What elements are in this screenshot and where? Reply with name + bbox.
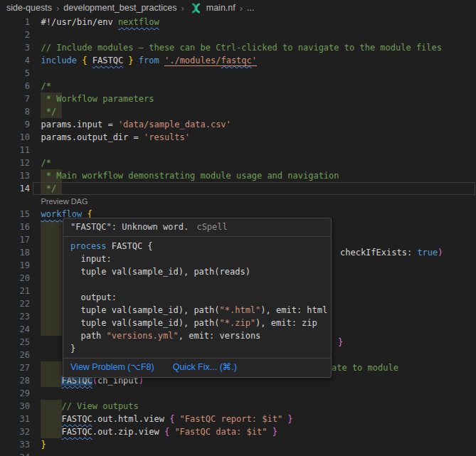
code-line[interactable]: 6/* xyxy=(0,80,476,92)
code-token: output: xyxy=(70,292,117,302)
code-text: params.input = 'data/sample_data.csv' xyxy=(41,118,231,131)
hover-code-line xyxy=(70,278,324,291)
code-token: "*.zip" xyxy=(220,318,256,328)
code-token xyxy=(267,427,272,437)
nextflow-icon xyxy=(190,3,202,14)
line-number: 4 xyxy=(0,54,30,67)
code-text: // View outputs xyxy=(41,400,139,413)
code-token: process xyxy=(70,241,112,251)
tooltip-actions: View Problem (⌥F8) Quick Fix... (⌘.) xyxy=(63,359,331,377)
code-token: */ xyxy=(41,107,57,117)
line-number: 31 xyxy=(0,413,30,425)
code-line[interactable]: 13 * Main workflow demonstrating module … xyxy=(0,169,476,182)
code-line[interactable]: 31 FASTQC.out.html.view { "FastQC report… xyxy=(0,413,476,425)
code-fragment: ate to module xyxy=(332,361,398,374)
code-line[interactable]: 10params.output_dir = 'results' xyxy=(0,131,476,144)
line-number: 23 xyxy=(0,310,30,323)
code-token xyxy=(88,55,92,65)
hover-code-line: output: xyxy=(70,291,324,304)
code-text: } xyxy=(41,438,46,451)
line-number: 33 xyxy=(0,438,30,451)
code-line[interactable]: 9params.input = 'data/sample_data.csv' xyxy=(0,118,476,131)
code-line[interactable]: 5 xyxy=(0,67,476,80)
line-number: 27 xyxy=(0,361,30,374)
code-token: { xyxy=(82,55,87,65)
code-line[interactable]: 11 xyxy=(0,144,476,157)
code-token: tuple val(sample_id), path(reads) xyxy=(70,267,250,277)
line-number: 3 xyxy=(0,41,30,54)
module-link[interactable]: fastqc xyxy=(221,55,251,65)
quick-fix-action[interactable]: Quick Fix... (⌘.) xyxy=(173,361,237,373)
code-line[interactable]: 33} xyxy=(0,438,476,451)
code-line[interactable]: 3// Include modules — these can be Ctrl-… xyxy=(0,41,476,54)
code-token: * Workflow parameters xyxy=(41,94,154,104)
diagnostic-source: cSpell xyxy=(196,222,227,232)
line-number: 32 xyxy=(0,425,30,438)
diagnostic-message: "FASTQC": Unknown word. cSpell xyxy=(63,218,331,236)
code-line[interactable]: 29 xyxy=(0,387,476,400)
code-token xyxy=(41,376,62,386)
code-token: ), emit: html xyxy=(260,305,327,315)
breadcrumb-item-side-quests[interactable]: side-quests xyxy=(6,3,52,13)
code-token: include xyxy=(41,55,83,65)
code-text: * Workflow parameters xyxy=(41,92,154,105)
line-number: 29 xyxy=(0,387,30,400)
code-line[interactable]: 12/* xyxy=(0,157,476,169)
hover-code-line: tuple val(sample_id), path("*.zip"), emi… xyxy=(70,317,324,329)
code-text: include { FASTQC } from './modules/fastq… xyxy=(41,54,258,67)
code-token: /* xyxy=(41,158,51,168)
code-line[interactable]: 4include { FASTQC } from './modules/fast… xyxy=(0,54,476,67)
code-token: // Include modules — these can be Ctrl-c… xyxy=(41,43,443,53)
code-line[interactable]: 8 */ xyxy=(0,105,476,118)
code-line[interactable]: 2 xyxy=(0,28,476,41)
code-token: true xyxy=(417,248,438,258)
code-token: from xyxy=(139,55,164,65)
code-editor[interactable]: 1#!/usr/bin/env nextflow23// Include mod… xyxy=(0,0,476,456)
code-token xyxy=(174,414,179,424)
module-link[interactable]: ' xyxy=(252,55,257,65)
code-token: .out.html.view xyxy=(92,414,169,424)
code-token xyxy=(41,401,62,411)
code-token: #!/usr/bin/env xyxy=(41,17,118,27)
code-token: } xyxy=(41,440,46,450)
code-token: * Main workflow demonstrating module usa… xyxy=(41,171,339,181)
code-token: ) xyxy=(438,248,443,258)
code-text: /* xyxy=(41,157,51,169)
code-token: FASTQC xyxy=(92,55,123,65)
code-token: tuple val(sample_id), path( xyxy=(70,305,220,315)
code-text: */ xyxy=(41,105,57,118)
line-number: 28 xyxy=(0,374,30,387)
line-number: 24 xyxy=(0,323,30,336)
line-number: 20 xyxy=(0,272,30,285)
code-line[interactable]: 7 * Workflow parameters xyxy=(0,92,476,105)
line-number: 10 xyxy=(0,131,30,144)
line-number: 6 xyxy=(0,80,30,92)
code-line[interactable]: 1#!/usr/bin/env nextflow xyxy=(0,16,476,28)
code-text: FASTQC.out.html.view { "FastQC report: $… xyxy=(41,413,293,425)
breadcrumb-item-development-best-practices[interactable]: development_best_practices xyxy=(63,3,176,13)
view-problem-action[interactable]: View Problem (⌥F8) xyxy=(70,361,154,373)
line-number: 19 xyxy=(0,259,30,272)
code-token xyxy=(134,55,139,65)
breadcrumb-separator: › xyxy=(239,3,243,14)
code-line[interactable]: 14 */ xyxy=(0,182,476,195)
line-number: 14 xyxy=(0,182,30,195)
hover-code-line: } xyxy=(70,342,324,355)
code-line[interactable]: 34 xyxy=(0,451,476,456)
line-number: 1 xyxy=(0,16,30,28)
module-link[interactable]: './modules/ xyxy=(164,55,221,65)
code-text: FASTQC.out.zip.view { "FastQC data: $it"… xyxy=(41,425,277,438)
code-line[interactable]: 30 // View outputs xyxy=(0,400,476,413)
code-line[interactable]: 32 FASTQC.out.zip.view { "FastQC data: $… xyxy=(0,425,476,438)
breadcrumb-item-main-nf[interactable]: main.nf xyxy=(206,3,236,13)
code-token: } xyxy=(70,344,75,354)
breadcrumb: side-quests›development_best_practices›m… xyxy=(0,0,476,16)
hover-code-line: process FASTQC { xyxy=(70,240,324,253)
code-text: */ xyxy=(41,182,57,195)
code-token: // View outputs xyxy=(61,401,138,411)
code-text: * Main workflow demonstrating module usa… xyxy=(41,169,339,182)
codelens-preview-dag[interactable]: Preview DAG xyxy=(41,196,88,208)
line-number: 7 xyxy=(0,92,30,105)
breadcrumb-item--[interactable]: ... xyxy=(247,3,254,13)
code-token: ate to module xyxy=(332,363,398,373)
